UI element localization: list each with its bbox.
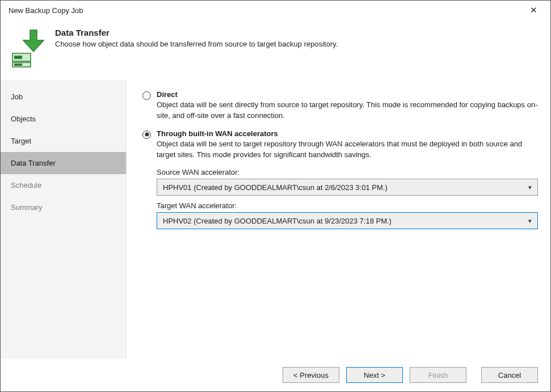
page-subtitle: Choose how object data should be transfe… [55,40,338,48]
select-source-wan-value: HPHV01 (Created by GOODDEALMART\csun at … [163,183,388,192]
titlebar: New Backup Copy Job ✕ [1,1,550,20]
sidebar-item-job[interactable]: Job [1,86,126,108]
option-wan-title: Through built-in WAN accelerators [157,129,538,138]
label-target-wan: Target WAN accelerator: [157,201,538,210]
sidebar-item-data-transfer[interactable]: Data Transfer [1,152,126,174]
field-target-wan: Target WAN accelerator: HPHV02 (Created … [157,201,538,229]
radio-direct[interactable] [142,91,151,100]
header-text: Data Transfer Choose how object data sho… [55,28,338,48]
chevron-down-icon: ▾ [528,217,532,225]
dialog-window: New Backup Copy Job ✕ Data Transfer Choo… [0,0,551,392]
wizard-footer: < Previous Next > Finish Cancel [1,359,550,391]
option-direct-title: Direct [157,90,538,99]
finish-button: Finish [410,367,466,383]
previous-button[interactable]: < Previous [283,367,339,383]
option-wan-desc: Object data will be sent to target repos… [157,139,538,161]
radio-wan[interactable] [142,130,151,139]
wizard-header: Data Transfer Choose how object data sho… [1,20,550,80]
data-transfer-icon [11,28,46,68]
chevron-down-icon: ▾ [528,184,532,191]
wizard-steps-sidebar: Job Objects Target Data Transfer Schedul… [1,80,127,359]
option-direct[interactable]: Direct Object data will be sent directly… [142,90,538,121]
close-icon: ✕ [530,5,537,15]
select-target-wan[interactable]: HPHV02 (Created by GOODDEALMART\csun at … [157,212,538,229]
option-direct-desc: Object data will be sent directly from s… [157,100,538,121]
field-source-wan: Source WAN accelerator: HPHV01 (Created … [157,168,538,196]
option-wan-body: Through built-in WAN accelerators Object… [157,129,538,161]
svg-rect-3 [14,64,22,66]
sidebar-item-objects[interactable]: Objects [1,108,126,130]
svg-rect-1 [14,56,22,59]
sidebar-item-target[interactable]: Target [1,130,126,152]
option-direct-body: Direct Object data will be sent directly… [157,90,538,121]
next-button[interactable]: Next > [346,367,403,383]
select-source-wan[interactable]: HPHV01 (Created by GOODDEALMART\csun at … [157,179,538,196]
wizard-content: Direct Object data will be sent directly… [127,80,550,359]
sidebar-item-schedule: Schedule [1,174,126,196]
page-title: Data Transfer [55,28,338,37]
select-target-wan-value: HPHV02 (Created by GOODDEALMART\csun at … [163,217,392,225]
wizard-body: Job Objects Target Data Transfer Schedul… [1,80,550,359]
sidebar-item-summary: Summary [1,196,126,218]
cancel-button[interactable]: Cancel [481,367,538,383]
close-button[interactable]: ✕ [522,5,545,15]
label-source-wan: Source WAN accelerator: [157,168,538,176]
window-title: New Backup Copy Job [9,6,522,15]
option-wan[interactable]: Through built-in WAN accelerators Object… [142,129,538,161]
